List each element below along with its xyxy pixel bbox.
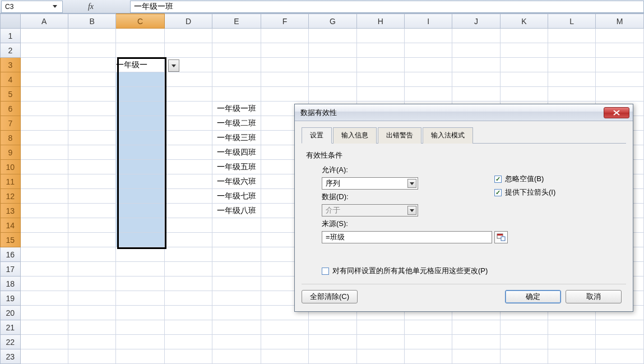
cell-D6[interactable] [164, 102, 212, 116]
cell-E23[interactable] [212, 349, 261, 364]
cell-L3[interactable] [548, 58, 596, 72]
row-header-23[interactable]: 23 [1, 349, 21, 364]
cell-B22[interactable] [68, 335, 115, 349]
cell-C19[interactable] [116, 291, 164, 306]
cell-M22[interactable] [596, 335, 644, 349]
cell-A22[interactable] [20, 335, 68, 349]
col-header-F[interactable]: F [261, 14, 308, 29]
row-header-12[interactable]: 12 [1, 189, 21, 204]
cell-A13[interactable] [20, 204, 68, 218]
row-header-16[interactable]: 16 [1, 247, 21, 262]
cell-A1[interactable] [20, 29, 68, 43]
cell-H23[interactable] [356, 349, 404, 364]
cell-D8[interactable] [164, 131, 212, 145]
cell-E11[interactable]: 一年级六班 [212, 174, 261, 189]
cell-C18[interactable] [116, 277, 164, 291]
col-header-K[interactable]: K [500, 14, 548, 29]
row-header-10[interactable]: 10 [1, 160, 21, 174]
cell-M21[interactable] [596, 320, 644, 335]
cell-D10[interactable] [164, 160, 212, 174]
cell-C11[interactable] [116, 174, 164, 189]
cell-F5[interactable] [261, 87, 308, 102]
cell-B16[interactable] [68, 247, 115, 262]
cell-B19[interactable] [68, 291, 115, 306]
cell-I1[interactable] [405, 29, 452, 43]
cell-I2[interactable] [405, 43, 452, 58]
col-header-E[interactable]: E [212, 14, 261, 29]
col-header-J[interactable]: J [452, 14, 500, 29]
cell-M23[interactable] [596, 349, 644, 364]
cell-A9[interactable] [20, 145, 68, 160]
cell-G4[interactable] [309, 72, 356, 87]
cell-L22[interactable] [548, 335, 596, 349]
cell-A23[interactable] [20, 349, 68, 364]
cell-K4[interactable] [500, 72, 548, 87]
cell-B20[interactable] [68, 306, 115, 320]
clear-all-button[interactable]: 全部清除(C) [302, 290, 358, 303]
ignore-blank-row[interactable]: ✓ 忽略空值(B) [494, 174, 555, 184]
cell-D22[interactable] [164, 335, 212, 349]
cell-H22[interactable] [356, 335, 404, 349]
cell-C6[interactable] [116, 102, 164, 116]
col-header-H[interactable]: H [356, 14, 404, 29]
cell-I3[interactable] [405, 58, 452, 72]
cell-J1[interactable] [452, 29, 500, 43]
row-header-19[interactable]: 19 [1, 291, 21, 306]
cell-C17[interactable] [116, 262, 164, 277]
col-header-C[interactable]: C [116, 14, 164, 29]
row-header-20[interactable]: 20 [1, 306, 21, 320]
cell-F4[interactable] [261, 72, 308, 87]
cell-D16[interactable] [164, 247, 212, 262]
cell-D15[interactable] [164, 233, 212, 247]
cell-E5[interactable] [212, 87, 261, 102]
row-header-4[interactable]: 4 [1, 72, 21, 87]
cell-C1[interactable] [116, 29, 164, 43]
cell-H4[interactable] [356, 72, 404, 87]
cell-D12[interactable] [164, 189, 212, 204]
cell-C16[interactable] [116, 247, 164, 262]
cell-K23[interactable] [500, 349, 548, 364]
cell-A16[interactable] [20, 247, 68, 262]
row-header-15[interactable]: 15 [1, 233, 21, 247]
source-input[interactable]: =班级 [322, 231, 492, 243]
col-header-I[interactable]: I [405, 14, 452, 29]
cell-H1[interactable] [356, 29, 404, 43]
in-cell-dropdown-row[interactable]: ✓ 提供下拉箭头(I) [494, 187, 555, 197]
row-header-13[interactable]: 13 [1, 204, 21, 218]
cell-H5[interactable] [356, 87, 404, 102]
cell-J22[interactable] [452, 335, 500, 349]
cell-C21[interactable] [116, 320, 164, 335]
row-header-22[interactable]: 22 [1, 335, 21, 349]
cell-D4[interactable] [164, 72, 212, 87]
cell-E22[interactable] [212, 335, 261, 349]
cell-G21[interactable] [309, 320, 356, 335]
row-header-21[interactable]: 21 [1, 320, 21, 335]
in-cell-dropdown-checkbox[interactable]: ✓ [494, 189, 502, 196]
cell-C5[interactable] [116, 87, 164, 102]
cell-C20[interactable] [116, 306, 164, 320]
cell-K1[interactable] [500, 29, 548, 43]
cell-K21[interactable] [500, 320, 548, 335]
ok-button[interactable]: 确定 [505, 290, 561, 303]
cell-A17[interactable] [20, 262, 68, 277]
cell-D19[interactable] [164, 291, 212, 306]
tab-ime-mode[interactable]: 输入法模式 [423, 127, 473, 144]
cell-C3[interactable]: 一年级一 [116, 58, 164, 72]
cell-C14[interactable] [116, 218, 164, 233]
cell-C15[interactable] [116, 233, 164, 247]
col-header-M[interactable]: M [596, 14, 644, 29]
cell-A5[interactable] [20, 87, 68, 102]
row-header-5[interactable]: 5 [1, 87, 21, 102]
cell-G2[interactable] [309, 43, 356, 58]
row-header-2[interactable]: 2 [1, 43, 21, 58]
col-header-L[interactable]: L [548, 14, 596, 29]
cell-A6[interactable] [20, 102, 68, 116]
cell-E2[interactable] [212, 43, 261, 58]
tab-input-message[interactable]: 输入信息 [333, 127, 377, 144]
cell-B3[interactable] [68, 58, 115, 72]
cancel-button[interactable]: 取消 [566, 290, 622, 303]
row-header-3[interactable]: 3 [1, 58, 21, 72]
cell-B17[interactable] [68, 262, 115, 277]
fx-icon[interactable]: fx [85, 1, 96, 12]
cell-I4[interactable] [405, 72, 452, 87]
